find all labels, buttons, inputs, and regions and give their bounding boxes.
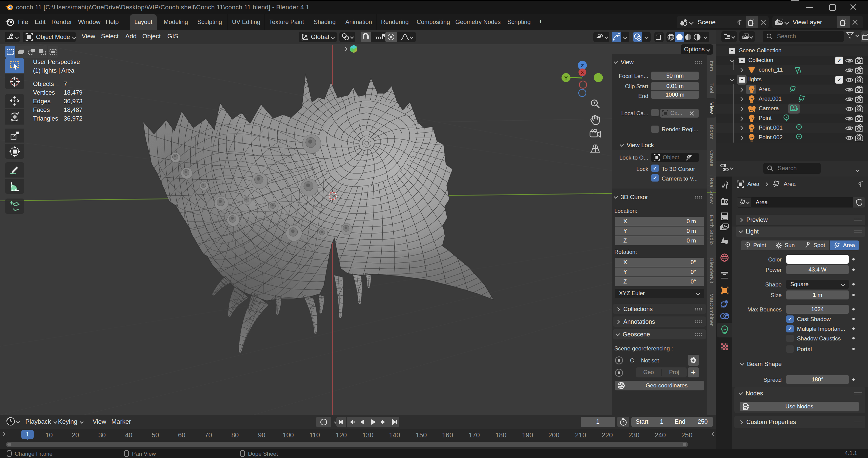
svg-text:Z: Z: [581, 63, 584, 68]
svg-text:X: X: [581, 70, 584, 75]
svg-text:Y: Y: [564, 75, 568, 80]
